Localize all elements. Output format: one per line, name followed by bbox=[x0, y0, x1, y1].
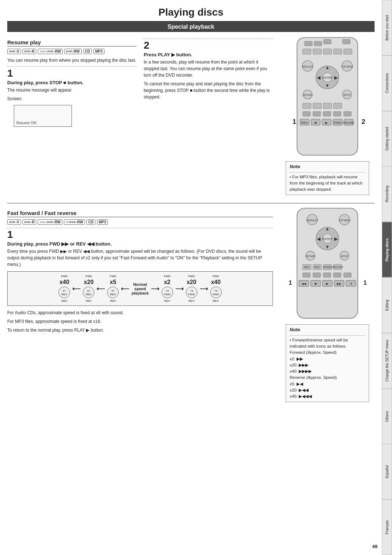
svg-text:▼: ▼ bbox=[325, 244, 330, 250]
ff-step1-num: 1 bbox=[7, 230, 273, 240]
note-title-resume: Note bbox=[290, 164, 365, 169]
speed-diagram: FWD x40 ↩ REV REV ⟵ FWD x20 bbox=[7, 271, 273, 306]
svg-text:REC: REC bbox=[314, 266, 320, 269]
note-text-resume: • For MP3 files, playback will resume fr… bbox=[290, 174, 365, 193]
step1-body: The resume message will appear. bbox=[7, 87, 136, 93]
svg-rect-26 bbox=[313, 103, 321, 109]
svg-text:MENULIST: MENULIST bbox=[306, 219, 318, 222]
svg-rect-25 bbox=[303, 103, 311, 109]
resume-play-section: Resume play DVD-V DVD-R Video DVD-RW DVD… bbox=[7, 36, 375, 198]
svg-rect-3 bbox=[324, 39, 331, 44]
svg-text:SPEED: SPEED bbox=[323, 266, 332, 269]
sidebar-tabs: Before you start Connections Getting sta… bbox=[382, 0, 392, 555]
svg-text:◀: ◀ bbox=[317, 75, 320, 80]
resume-play-note: Note • For MP3 files, playback will resu… bbox=[286, 161, 369, 195]
remote-control-resume: RENULIST TOP MENU ENTER ▲ ▼ ◀ ▶ RETURN bbox=[286, 36, 369, 198]
resume-play-middle: 2 Press PLAY ▶ button. In a few seconds,… bbox=[144, 36, 273, 198]
step1-instruction: During play, press STOP ■ button. bbox=[7, 80, 136, 85]
ff-disc-dvdv: DVD-V bbox=[7, 219, 21, 225]
ff-disc-types: DVD-V DVD-R Video DVD-RW VR DVD-RW CD MP bbox=[7, 219, 273, 225]
svg-text:▼: ▼ bbox=[325, 83, 330, 88]
disc-badge-dvdrw-video: Video DVD-RW bbox=[38, 49, 63, 54]
svg-rect-4 bbox=[343, 39, 350, 44]
resume-play-right: RENULIST TOP MENU ENTER ▲ ▼ ◀ ▶ RETURN bbox=[280, 36, 375, 198]
svg-rect-74 bbox=[344, 273, 351, 278]
speed-x5rev: FWD x5 ↩ REV REV bbox=[107, 275, 119, 303]
svg-rect-30 bbox=[313, 112, 320, 116]
svg-rect-32 bbox=[334, 112, 341, 116]
svg-text:SETUP: SETUP bbox=[341, 255, 348, 258]
step1-number: 1 bbox=[7, 68, 136, 78]
ff-disc-dvdrw-vr: VR DVD-RW bbox=[64, 219, 85, 225]
svg-rect-73 bbox=[334, 273, 341, 278]
sidebar-tab-playing-discs[interactable]: Playing discs bbox=[382, 222, 392, 278]
svg-text:REV: REV bbox=[301, 121, 309, 125]
sidebar-tab-change-setup[interactable]: Change the SETUP menu bbox=[382, 333, 392, 389]
step2-dotted-line bbox=[144, 39, 273, 39]
sidebar-tab-editing[interactable]: Editing bbox=[382, 278, 392, 333]
page-title: Playing discs bbox=[7, 0, 375, 22]
ff-step1-instruction: During play, press FWD ▶▶ or REV ◀◀ butt… bbox=[7, 241, 273, 247]
ff-step1-body: Every time you press FWD ▶▶ or REV ◀◀ bu… bbox=[7, 248, 273, 268]
svg-text:ENTER: ENTER bbox=[322, 76, 332, 80]
svg-rect-9 bbox=[344, 49, 352, 54]
svg-text:REC: REC bbox=[304, 266, 310, 269]
note-dotted-resume bbox=[290, 172, 365, 173]
speed-normal: Normalspeedplayback bbox=[131, 282, 148, 295]
svg-text:◀: ◀ bbox=[317, 236, 320, 242]
resume-play-intro: You can resume play from where you stopp… bbox=[7, 57, 136, 64]
sidebar-tab-francais[interactable]: Français bbox=[382, 499, 392, 555]
page-number: 49 bbox=[372, 544, 377, 549]
svg-rect-29 bbox=[303, 112, 310, 116]
ff-right: MENULIST TOP MENU ENTER ▲ ▼ ◀ ▶ RETURN bbox=[280, 206, 375, 405]
remote-control-ff: MENULIST TOP MENU ENTER ▲ ▼ ◀ ▶ RETURN bbox=[286, 206, 369, 405]
sidebar-tab-getting-started[interactable]: Getting started bbox=[382, 111, 392, 167]
svg-rect-8 bbox=[334, 49, 342, 54]
svg-rect-28 bbox=[334, 103, 342, 109]
sidebar-tab-before-you-start[interactable]: Before you start bbox=[382, 0, 392, 56]
svg-text:TOP MENU: TOP MENU bbox=[339, 219, 351, 222]
section-divider-ff bbox=[7, 203, 375, 203]
remote-svg-ff: MENULIST TOP MENU ENTER ▲ ▼ ◀ ▶ RETURN bbox=[286, 206, 369, 320]
svg-text:RECVFR: RECVFR bbox=[332, 266, 343, 269]
step2-body2: To cancel the resume play and start play… bbox=[144, 81, 273, 100]
svg-text:▶: ▶ bbox=[325, 121, 328, 125]
ff-left: Fast forward / Fast reverse DVD-V DVD-R … bbox=[7, 206, 273, 405]
sidebar-tab-others[interactable]: Others bbox=[382, 389, 392, 444]
resume-play-left: Resume play DVD-V DVD-R Video DVD-RW DVD… bbox=[7, 36, 136, 198]
svg-text:RETURN: RETURN bbox=[306, 255, 315, 258]
section-header-special-playback: Special playback bbox=[7, 22, 375, 32]
svg-rect-7 bbox=[323, 49, 332, 54]
ff-note-title: Note bbox=[290, 327, 365, 332]
ff-disc-dvdr: DVD-R bbox=[23, 219, 36, 225]
svg-rect-27 bbox=[323, 103, 332, 109]
step2-number: 2 bbox=[144, 40, 273, 50]
svg-text:PAUSE: PAUSE bbox=[343, 121, 354, 125]
ff-note-dotted bbox=[290, 335, 365, 336]
svg-rect-46 bbox=[297, 208, 358, 319]
speed-x2fwd: FWD x2 ↪ FWD REV bbox=[162, 275, 173, 303]
speed-x40fwd: FWD x40 ↪ FWD REV bbox=[210, 275, 222, 303]
svg-text:ENTER: ENTER bbox=[322, 237, 332, 241]
remote-svg-resume: RENULIST TOP MENU ENTER ▲ ▼ ◀ ▶ RETURN bbox=[286, 36, 369, 157]
screen-mockup: Resume ON bbox=[14, 105, 72, 127]
speed-x20fwd: FWD x20 ↪ FWD REV bbox=[186, 275, 197, 303]
ff-body2: For Audio CDs, approximate speed is fixe… bbox=[7, 309, 273, 316]
resume-play-disc-types: DVD-V DVD-R Video DVD-RW DVD-RW CD MP3 bbox=[7, 49, 136, 54]
svg-rect-31 bbox=[323, 112, 331, 116]
ff-note: Note • Forward/reverse speed will be ind… bbox=[286, 324, 369, 402]
sidebar-tab-connections[interactable]: Connections bbox=[382, 56, 392, 111]
sidebar-tab-recording[interactable]: Recording bbox=[382, 166, 392, 222]
disc-badge-cd: CD bbox=[83, 49, 92, 54]
svg-text:SETUP: SETUP bbox=[343, 94, 351, 96]
ff-note-text: • Forward/reverse speed will be indicate… bbox=[290, 337, 365, 400]
step1-screen-label: Screen: bbox=[7, 96, 136, 102]
svg-text:■: ■ bbox=[315, 282, 317, 286]
svg-text:▲: ▲ bbox=[325, 226, 330, 231]
sidebar-tab-espanol[interactable]: Español bbox=[382, 444, 392, 499]
ff-disc-cd: CD bbox=[86, 219, 95, 225]
svg-rect-1 bbox=[305, 41, 312, 46]
svg-text:1: 1 bbox=[289, 280, 292, 287]
svg-text:⏸: ⏸ bbox=[350, 282, 352, 286]
svg-text:RETURN: RETURN bbox=[303, 94, 313, 96]
